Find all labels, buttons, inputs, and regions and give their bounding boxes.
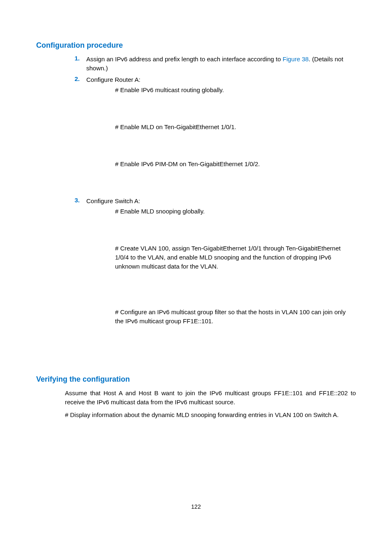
list-body: Configure Router A: [86,75,356,84]
page-number: 122 [0,503,392,510]
step-text: # Configure an IPv6 multicast group filt… [115,308,356,326]
list-item: 3. Configure Switch A: [65,197,356,206]
paragraph: # Display information about the dynamic … [65,410,356,419]
list-item: 2. Configure Router A: [65,75,356,84]
step-text: # Enable IPv6 multicast routing globally… [115,86,356,95]
list-item: 1. Assign an IPv6 address and prefix len… [65,55,356,73]
heading-configuration-procedure: Configuration procedure [36,41,356,50]
ordered-list: 1. Assign an IPv6 address and prefix len… [65,55,356,84]
list-number: 2. [65,75,86,84]
heading-verifying-configuration: Verifying the configuration [36,375,356,384]
step-text: # Enable MLD on Ten-GigabitEthernet 1/0/… [115,123,356,132]
list-number: 1. [65,55,86,73]
paragraph: Assume that Host A and Host B want to jo… [65,389,356,407]
list-body: Assign an IPv6 address and prefix length… [86,55,356,73]
list-number: 3. [65,197,86,206]
figure-link[interactable]: Figure 38 [283,56,309,63]
ordered-list: 3. Configure Switch A: [65,197,356,206]
step-text: # Enable IPv6 PIM-DM on Ten-GigabitEther… [115,160,356,169]
list-body: Configure Switch A: [86,197,356,206]
step-text: # Create VLAN 100, assign Ten-GigabitEth… [115,244,356,271]
page: Configuration procedure 1. Assign an IPv… [0,0,392,533]
step-text: # Enable MLD snooping globally. [115,207,356,216]
text: Assign an IPv6 address and prefix length… [86,56,283,63]
